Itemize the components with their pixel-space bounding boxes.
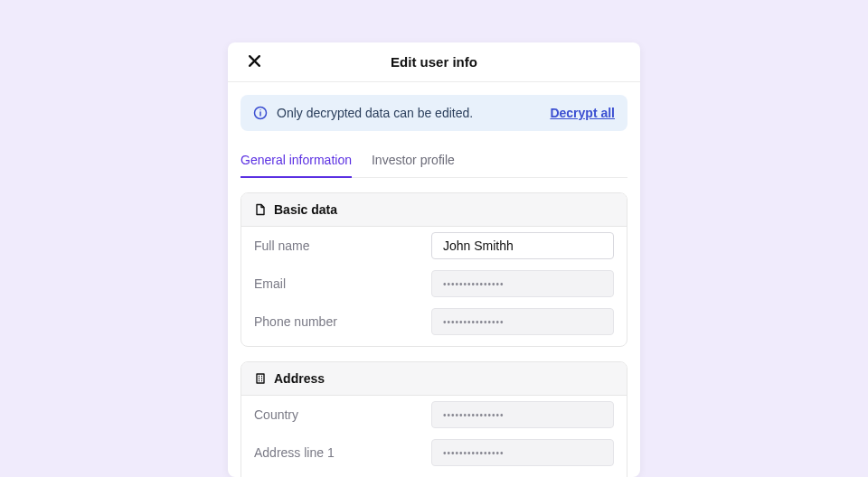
building-icon	[254, 372, 267, 385]
field-label-phone: Phone number	[254, 314, 431, 329]
field-row: Full name	[241, 227, 627, 265]
basic-data-card: Basic data Full name Email •••••••••••••…	[241, 192, 627, 347]
decryption-notice: Only decrypted data can be edited. Decry…	[241, 95, 627, 131]
country-encrypted-field: •••••••••••••••	[431, 401, 614, 428]
field-label-email: Email	[254, 276, 431, 291]
field-row: Address line 2 •••••••••••••••	[241, 472, 627, 477]
panel-title: Edit user info	[391, 54, 477, 70]
decrypt-all-link[interactable]: Decrypt all	[550, 106, 615, 120]
card-header: Basic data	[241, 193, 627, 227]
full-name-input[interactable]	[431, 232, 614, 259]
field-label-full-name: Full name	[254, 238, 431, 253]
field-row: Phone number •••••••••••••••	[241, 303, 627, 346]
field-label-address1: Address line 1	[254, 445, 431, 460]
phone-encrypted-field: •••••••••••••••	[431, 308, 614, 335]
tab-general-information[interactable]: General information	[241, 147, 352, 178]
field-label-country: Country	[254, 407, 431, 422]
edit-user-panel: Edit user info Only decrypted data can b…	[228, 42, 640, 477]
field-row: Country •••••••••••••••	[241, 396, 627, 434]
tab-investor-profile[interactable]: Investor profile	[372, 147, 455, 178]
address-line-1-encrypted-field: •••••••••••••••	[431, 439, 614, 466]
svg-point-4	[259, 109, 260, 110]
card-title: Basic data	[274, 202, 337, 217]
tabs: General information Investor profile	[241, 147, 627, 178]
close-icon	[248, 54, 261, 70]
panel-body: Only decrypted data can be edited. Decry…	[228, 82, 640, 477]
notice-text: Only decrypted data can be edited.	[277, 106, 541, 120]
svg-rect-5	[257, 374, 264, 383]
email-encrypted-field: •••••••••••••••	[431, 270, 614, 297]
card-header: Address	[241, 362, 627, 396]
document-icon	[254, 203, 267, 216]
field-row: Email •••••••••••••••	[241, 265, 627, 303]
close-button[interactable]	[244, 52, 264, 72]
field-row: Address line 1 •••••••••••••••	[241, 434, 627, 472]
panel-header: Edit user info	[228, 42, 640, 82]
info-icon	[253, 106, 268, 120]
address-card: Address Country ••••••••••••••• Address …	[241, 361, 627, 477]
card-title: Address	[274, 371, 325, 386]
